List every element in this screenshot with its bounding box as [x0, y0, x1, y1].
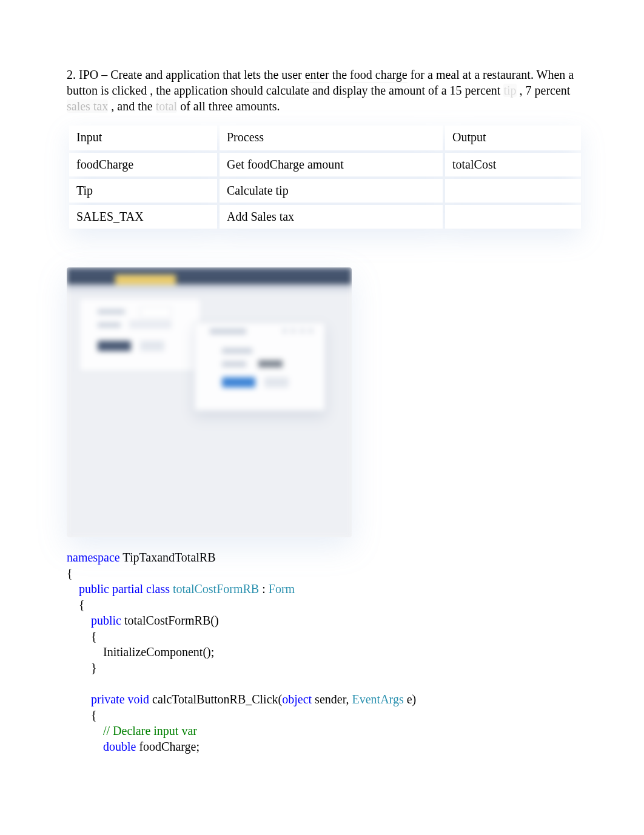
code-text: InitializeComponent(); — [103, 645, 214, 659]
code-block: namespace TipTaxandTotalRB { public part… — [67, 549, 583, 754]
text: of all three amounts. — [180, 99, 280, 113]
table-row: SALES_TAX Add Sales tax — [69, 205, 581, 229]
term-enter: enter — [305, 68, 329, 82]
text: and — [312, 84, 333, 97]
text: , and the — [111, 99, 155, 113]
table-row: Tip Calculate tip — [69, 179, 581, 203]
code-text: { — [91, 629, 97, 643]
text: , 7 percent — [520, 84, 571, 97]
code-text: sender, — [312, 692, 352, 706]
cell-process: Get foodCharge amount — [220, 153, 443, 176]
code-text: totalCostFormRB() — [121, 614, 219, 627]
code-text: foodCharge; — [136, 740, 200, 753]
term-tip: tip — [503, 84, 516, 97]
cell-input: Tip — [69, 179, 217, 203]
type-classname: totalCostFormRB — [173, 582, 259, 595]
keyword-object: object — [282, 692, 312, 706]
problem-statement: 2. IPO – Create and application that let… — [67, 67, 583, 114]
term-salestax: sales tax — [67, 99, 108, 113]
term-total: total — [156, 99, 178, 113]
keyword-namespace: namespace — [67, 551, 120, 564]
term-clicked: clicked — [112, 84, 147, 98]
ide-tab — [115, 275, 176, 284]
cell-input: foodCharge — [69, 153, 217, 176]
text: , the application should — [150, 84, 266, 97]
text: 2. IPO – Create and application that let… — [67, 68, 305, 81]
form-window-front — [194, 322, 326, 411]
table-row: foodCharge Get foodCharge amount totalCo… — [69, 153, 581, 176]
ide-screenshot-figure — [67, 267, 352, 537]
code-text: TipTaxandTotalRB — [120, 551, 216, 564]
header-input: Input — [69, 126, 217, 150]
ide-titlebar — [67, 267, 352, 284]
term-calculate: calculate — [266, 84, 309, 98]
cell-input: SALES_TAX — [69, 205, 217, 229]
header-process: Process — [220, 126, 443, 150]
table-row: Input Process Output — [69, 126, 581, 150]
code-text: e) — [404, 692, 417, 706]
code-text: calcTotalButtonRB_Click( — [149, 692, 282, 706]
keyword-private-void: private void — [91, 692, 149, 706]
keyword-public-partial-class: public partial class — [79, 582, 173, 595]
text: the amount of a 15 percent — [371, 84, 504, 97]
code-text: : — [259, 582, 269, 595]
cell-process: Add Sales tax — [220, 205, 443, 229]
code-comment: // Declare input var — [103, 724, 197, 737]
cell-process: Calculate tip — [220, 179, 443, 203]
cell-output: totalCost — [445, 153, 581, 176]
term-display: display — [333, 84, 368, 98]
keyword-double: double — [103, 740, 136, 753]
type-eventargs: EventArgs — [352, 692, 404, 706]
code-text: } — [91, 661, 97, 674]
form-window-back — [79, 298, 201, 372]
type-form: Form — [269, 582, 295, 595]
header-output: Output — [445, 126, 581, 150]
cell-output — [445, 179, 581, 203]
code-text: { — [79, 598, 85, 611]
term-foodcharge: food charge — [350, 68, 408, 82]
cell-output — [445, 205, 581, 229]
code-text: { — [91, 708, 97, 722]
code-text: { — [67, 566, 73, 580]
text: the — [332, 68, 350, 81]
ipo-table: Input Process Output foodCharge Get food… — [67, 123, 583, 231]
ipo-table-container: Input Process Output foodCharge Get food… — [67, 123, 583, 231]
keyword-public: public — [91, 614, 121, 627]
